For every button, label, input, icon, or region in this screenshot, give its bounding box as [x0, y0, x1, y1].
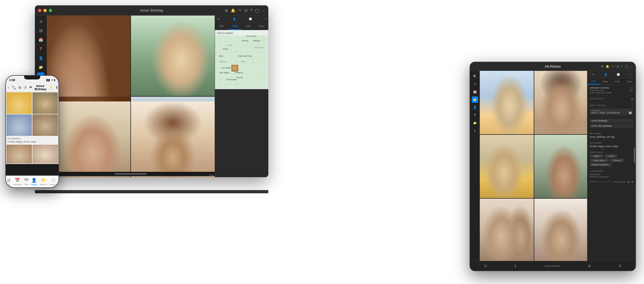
tablet-tab-map[interactable]: Map — [599, 78, 612, 85]
display-icon[interactable]: ⊡ — [244, 8, 248, 13]
eyes-close-icon[interactable]: ✕ — [605, 159, 607, 162]
clock-icon-panel[interactable]: 🕐 — [249, 17, 252, 20]
phone-tab-albums[interactable]: 📁 Albums — [40, 178, 47, 186]
calendar-icon[interactable]: 📅 — [629, 111, 632, 114]
tablet-sidebar-person[interactable]: 👤 — [472, 104, 478, 111]
phone-tab-patterns[interactable]: ⬡ Patterns — [49, 178, 57, 186]
tablet-sidebar-grid[interactable]: ⊞ — [472, 81, 478, 87]
visual-close-icon[interactable]: ✕ — [608, 164, 610, 166]
smarttag-visual-props[interactable]: Visual Properties ✕ — [590, 163, 612, 166]
download-icon[interactable]: ⬇ — [631, 180, 633, 183]
tablet-album-desc-field[interactable]: Amos' first birthday — [590, 124, 633, 128]
panel-tag-icon[interactable]: 🏷 — [592, 73, 595, 76]
bell-icon[interactable]: 🔔 — [231, 8, 235, 13]
chevron-icon-panel[interactable]: » — [265, 17, 266, 20]
tablet-sidebar-location[interactable]: 📍 — [472, 112, 478, 118]
phone-tab-map[interactable]: 🗺 Map — [24, 178, 28, 185]
phone-photo-6[interactable] — [32, 145, 58, 163]
window-close-button[interactable] — [38, 9, 41, 12]
nav-flag-icon[interactable]: ⚑ — [29, 85, 32, 90]
tablet-sync-toggle[interactable]: ⟳ — [631, 98, 633, 101]
download-bottom-icon[interactable]: ⬇ — [619, 264, 621, 268]
laptop-tab-map[interactable]: Map — [228, 23, 242, 30]
search-icon[interactable]: 🔍 — [12, 85, 16, 90]
tablet-more-icon[interactable]: ··· — [630, 65, 633, 68]
bright-close-icon[interactable]: ✕ — [600, 155, 602, 157]
tablet-photo-4[interactable] — [534, 135, 588, 198]
sidebar-icon-location[interactable]: 📍 — [37, 45, 45, 53]
waveform-icon[interactable]: 〜 — [238, 8, 242, 13]
tablet-tab-edit[interactable]: Edit — [612, 78, 624, 85]
window-maximize-button[interactable] — [49, 9, 52, 12]
scroll-thumb[interactable] — [115, 173, 147, 175]
laptop-tab-sync[interactable]: Sync — [255, 23, 268, 30]
smarttag-person[interactable]: ✓ Person ✕ — [609, 159, 624, 162]
tablet-date-field[interactable]: Timestamp Oct 27, 2020, 11:40:38 AM 📅 — [590, 108, 633, 115]
grid-view-icon[interactable]: ⊞ — [627, 180, 630, 183]
sidebar-icon-person[interactable]: 👤 — [37, 54, 45, 62]
tablet-sidebar-calendar[interactable]: 📅 — [472, 89, 478, 95]
nav-rotate-icon[interactable]: ↺ — [24, 85, 27, 90]
laptop-map[interactable]: Find Location Great Falls Helena Billing… — [215, 30, 268, 89]
tablet-photo-2[interactable] — [534, 71, 588, 134]
tablet-date-more-icon[interactable]: ··· — [631, 104, 633, 107]
face-icon-panel[interactable]: 👤 — [233, 17, 236, 20]
info-bottom-icon[interactable]: ℹ — [515, 264, 516, 268]
tablet-photo-3[interactable] — [480, 135, 534, 198]
smarttag-eyes-open[interactable]: ✓ Eyes Open ✕ — [590, 159, 609, 162]
tablet-album-name-field[interactable]: Amos' Birthday — [590, 119, 633, 123]
tablet-sidebar-star[interactable]: ★ — [472, 128, 478, 134]
tablet-photo-6[interactable] — [534, 199, 588, 262]
laptop-photo-6[interactable] — [131, 101, 215, 177]
tablet-waveform-icon[interactable]: 〜 — [612, 64, 614, 68]
laptop-photo-2[interactable] — [131, 16, 215, 96]
help-icon[interactable]: ? — [250, 8, 253, 13]
phone-photo-5[interactable] — [6, 145, 32, 163]
panel-chevron-icon[interactable]: » — [629, 73, 631, 76]
smarttag-color[interactable]: ✓ Color ✕ — [604, 154, 618, 158]
tablet-photo-1[interactable] — [480, 71, 534, 134]
panel-clock-icon[interactable]: 🕐 — [617, 73, 620, 76]
nav-zoom-icon[interactable]: ⊕ — [18, 85, 21, 90]
phone-tab-calendar[interactable]: 📅 Calendar — [13, 178, 21, 186]
sidebar-icon-image[interactable]: 🖼 — [37, 27, 45, 34]
phone-photo-1[interactable] — [6, 92, 32, 114]
tablet-account-icon[interactable]: ◯ — [625, 65, 628, 68]
panel-face-icon[interactable]: 👤 — [604, 73, 607, 76]
laptop-tab-info[interactable]: Info — [215, 23, 228, 30]
tablet-scroll-thumb[interactable] — [634, 147, 635, 163]
sidebar-icon-calendar[interactable]: 📅 — [37, 36, 45, 43]
sidebar-icon-album[interactable]: 📁 — [37, 63, 45, 71]
map-thumbnail[interactable] — [231, 64, 239, 72]
color-close-icon[interactable]: ✕ — [614, 155, 616, 157]
laptop-photo-5[interactable] — [47, 101, 130, 177]
back-arrow-icon[interactable]: ‹ — [8, 85, 9, 90]
tablet-photo-5[interactable] — [480, 199, 534, 262]
tablet-gear-icon[interactable]: ⚙ — [601, 65, 603, 68]
nav-wand-icon[interactable]: ✨ — [49, 85, 53, 90]
phone-photo-2[interactable] — [32, 92, 58, 114]
tablet-tab-info[interactable]: Info — [587, 78, 599, 85]
tag-icon-panel[interactable]: 🏷 — [217, 17, 220, 20]
grid-bottom-icon[interactable]: ⊞ — [588, 264, 591, 268]
person-close-icon[interactable]: ✕ — [621, 159, 623, 162]
tablet-sidebar-album[interactable]: 📁 — [472, 120, 478, 126]
filter-icon[interactable]: ⊟ — [484, 264, 487, 268]
nav-share-icon[interactable]: ⬆ — [55, 85, 58, 90]
phone-photo-3[interactable] — [6, 114, 32, 136]
tablet-help-icon[interactable]: ? — [621, 65, 623, 68]
tablet-display-icon[interactable]: ⊡ — [617, 65, 619, 68]
phone-photo-4[interactable] — [32, 114, 58, 136]
slider-track[interactable] — [590, 181, 611, 182]
account-icon[interactable]: ◯ — [255, 8, 259, 13]
laptop-tab-edit[interactable]: Edit — [242, 23, 255, 30]
phone-tab-all[interactable]: ⊞ All — [7, 178, 10, 186]
add-icon[interactable]: ⊕ — [225, 8, 228, 13]
more-icon[interactable]: ··· — [262, 8, 265, 13]
sidebar-icon-grid[interactable]: ⊞ — [37, 18, 45, 25]
tablet-sidebar-search[interactable]: 🔍 — [472, 73, 478, 79]
tablet-bell-icon[interactable]: 🔔 — [606, 65, 609, 68]
smarttag-bright[interactable]: ✓ Bright ✕ — [590, 154, 603, 158]
phone-tab-people[interactable]: 👤 People — [31, 178, 37, 186]
window-minimize-button[interactable] — [43, 9, 47, 12]
